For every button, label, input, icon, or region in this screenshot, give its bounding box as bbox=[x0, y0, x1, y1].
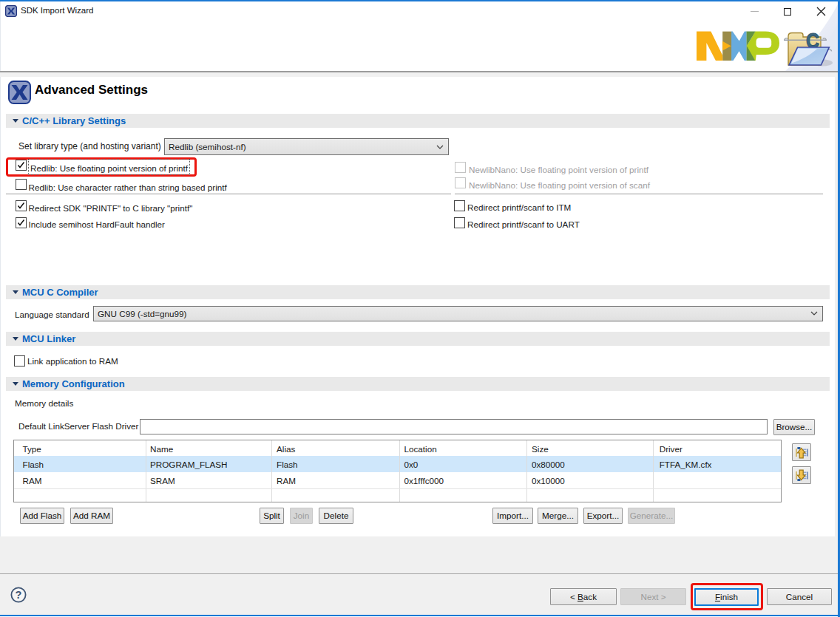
svg-text:?: ? bbox=[16, 589, 22, 601]
